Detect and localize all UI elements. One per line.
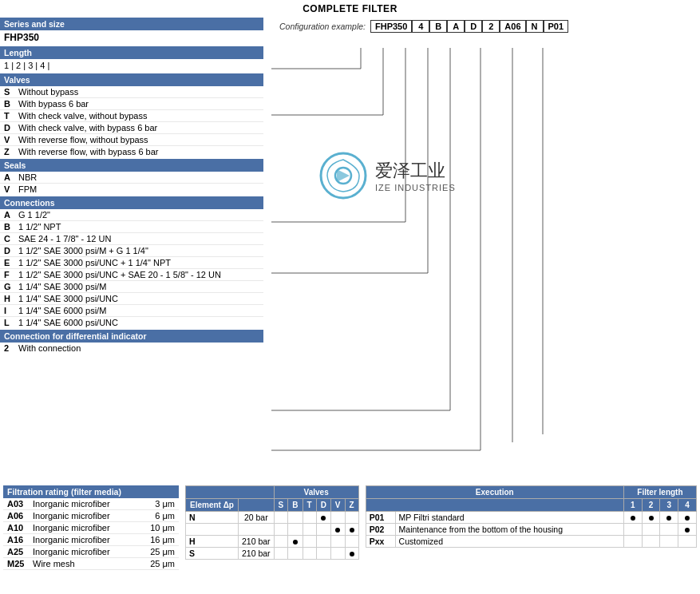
valve-d-N2 <box>316 524 330 536</box>
config-box-B: B <box>429 20 447 33</box>
exec-col-l2: 2 <box>642 499 660 512</box>
conn-desc-A: G 1 1/2" <box>18 210 259 220</box>
filtration-row-A06: A06 Inorganic microfiber 6 μm <box>3 510 179 522</box>
exec-l1-P02 <box>623 524 642 536</box>
valve-col-B: B <box>288 499 303 512</box>
valve-d-H <box>316 536 330 548</box>
valve-col-V: V <box>330 499 345 512</box>
logo-area: 爱泽工业 IZE INDUSTRIES <box>311 144 464 208</box>
length-values: 1 | 2 | 3 | 4 | <box>0 59 263 72</box>
exec-l2-P01 <box>642 512 660 524</box>
valves-header: Valves <box>0 73 263 86</box>
exec-row-P02: P02 Maintenance from the bottom of the h… <box>366 524 696 536</box>
valve-code-S: S <box>4 87 18 97</box>
logo-chinese: 爱泽工业 <box>375 159 456 183</box>
seal-code-A: A <box>4 172 18 182</box>
exec-code-P02: P02 <box>366 524 395 536</box>
conn-code-L: L <box>4 318 18 327</box>
conn-desc-I: 1 1/4" SAE 6000 psi/M <box>18 306 259 315</box>
valve-t-N2 <box>303 524 316 536</box>
valve-col-Z: Z <box>345 499 358 512</box>
conn-row-C: C SAE 24 - 1 7/8" - 12 UN <box>0 233 263 245</box>
seal-desc-V: FPM <box>18 184 259 194</box>
valve-t-S <box>303 548 316 560</box>
valve-t-H <box>303 536 316 548</box>
left-panel: Series and size FHP350 Length 1 | 2 | 3 … <box>0 16 263 482</box>
seal-code-V: V <box>4 184 18 194</box>
conn-row-B: B 1 1/2" NPT <box>0 221 263 233</box>
conn-desc-D: 1 1/2" SAE 3000 psi/M + G 1 1/4" <box>18 246 259 255</box>
conn-code-B: B <box>4 222 18 232</box>
conn-row-L: L 1 1/4" SAE 6000 psi/UNC <box>0 317 263 328</box>
valve-code-D: D <box>4 123 18 133</box>
filt-code-A03: A03 <box>7 499 30 509</box>
execution-table: Execution Filter length 1 2 3 4 P01 MP F… <box>366 485 697 548</box>
config-box-N: N <box>526 20 544 33</box>
filt-desc-A25: Inorganic microfiber <box>33 547 144 556</box>
execution-panel: Execution Filter length 1 2 3 4 P01 MP F… <box>366 485 697 570</box>
conn-row-H: H 1 1/4" SAE 3000 psi/UNC <box>0 293 263 305</box>
valve-desc-D: With check valve, with bypass 6 bar <box>18 123 259 133</box>
filtration-panel: Filtration rating (filter media) A03 Ino… <box>3 485 179 570</box>
valve-z-N1 <box>345 512 358 524</box>
valve-s-N2 <box>274 524 288 536</box>
valve-z-S <box>345 548 358 560</box>
filt-value-A16: 16 μm <box>147 535 175 544</box>
valve-b-N2 <box>288 524 303 536</box>
valve-col-dp <box>238 499 274 512</box>
logo-icon <box>319 152 367 200</box>
filt-desc-A03: Inorganic microfiber <box>33 499 144 509</box>
exec-code-P01: P01 <box>366 512 395 524</box>
connections-list: A G 1 1/2" B 1 1/2" NPT C SAE 24 - 1 7/8… <box>0 209 263 328</box>
filtration-row-A03: A03 Inorganic microfiber 3 μm <box>3 498 179 510</box>
exec-l3-Pxx <box>660 536 678 548</box>
config-box-4: 4 <box>412 20 429 33</box>
config-box-A06: A06 <box>500 20 525 33</box>
valve-col-D: D <box>316 499 330 512</box>
valve-table-panel: Valves Element Δp S B T D V Z <box>185 485 359 570</box>
valve-desc-B: With bypass 6 bar <box>18 99 259 109</box>
filtration-row-A10: A10 Inorganic microfiber 10 μm <box>3 522 179 534</box>
filt-code-A06: A06 <box>7 511 30 521</box>
conn-row-I: I 1 1/4" SAE 6000 psi/M <box>0 305 263 317</box>
valve-col-T: T <box>303 499 316 512</box>
right-panel: Configuration example: FHP350 4 B A D 2 … <box>263 16 700 482</box>
seals-list: A NBR V FPM <box>0 172 263 195</box>
config-box-A: A <box>447 20 465 33</box>
exec-col-l4: 4 <box>678 499 697 512</box>
conn-desc-L: 1 1/4" SAE 6000 psi/UNC <box>18 318 259 327</box>
seal-desc-A: NBR <box>18 172 259 182</box>
valve-table: Valves Element Δp S B T D V Z <box>185 485 359 560</box>
valve-row-B: B With bypass 6 bar <box>0 98 263 110</box>
valve-dp-H: 210 bar <box>238 536 274 548</box>
exec-col-blank <box>366 499 623 512</box>
valve-elem-H: H <box>186 536 239 548</box>
valve-code-T: T <box>4 111 18 121</box>
valve-v-S <box>330 548 345 560</box>
valve-elem-N1: N <box>186 512 239 524</box>
valve-row-D: D With check valve, with bypass 6 bar <box>0 122 263 134</box>
valve-col-S: S <box>274 499 288 512</box>
valve-z-N2 <box>345 524 358 536</box>
logo-text: 爱泽工业 IZE INDUSTRIES <box>375 159 456 192</box>
conn-desc-E: 1 1/2" SAE 3000 psi/UNC + 1 1/4" NPT <box>18 258 259 267</box>
exec-l4-Pxx <box>678 536 697 548</box>
config-row: Configuration example: FHP350 4 B A D 2 … <box>271 18 700 35</box>
valve-desc-S: Without bypass <box>18 87 259 97</box>
valve-t-N1 <box>303 512 316 524</box>
seal-row-A: A NBR <box>0 172 263 184</box>
filt-code-A25: A25 <box>7 547 30 556</box>
valve-dp-N2 <box>238 524 274 536</box>
valve-desc-V: With reverse flow, without bypass <box>18 135 259 145</box>
valve-desc-Z: With reverse flow, with bypass 6 bar <box>18 147 259 156</box>
series-value: FHP350 <box>0 30 263 45</box>
page-title: COMPLETE FILTER <box>0 0 700 16</box>
valve-row-N20-1: N 20 bar <box>186 512 359 524</box>
exec-l3-P01 <box>660 512 678 524</box>
valve-code-V: V <box>4 135 18 145</box>
valve-row-Z: Z With reverse flow, with bypass 6 bar <box>0 146 263 157</box>
valve-d-S <box>316 548 330 560</box>
valve-row-V: V With reverse flow, without bypass <box>0 134 263 146</box>
exec-desc-P01: MP Filtri standard <box>395 512 623 524</box>
exec-l1-P01 <box>623 512 642 524</box>
